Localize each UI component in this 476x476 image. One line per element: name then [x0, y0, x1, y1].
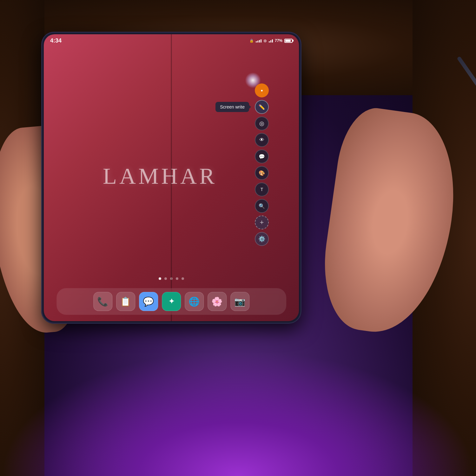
network-bars: [269, 39, 273, 43]
lock-icon: 🔒: [249, 39, 254, 43]
page-dot-1[interactable]: [159, 277, 161, 280]
purple-glow-light: [0, 349, 476, 476]
magnify-icon: 🔍: [259, 203, 265, 209]
phone-screen: 4:34 🔒 ⊛ 77%: [44, 34, 299, 321]
dock-chrome-app[interactable]: 🌐: [185, 292, 204, 311]
add-shortcut-button[interactable]: +: [255, 215, 269, 229]
phone-device: 4:34 🔒 ⊛ 77%: [41, 32, 301, 324]
ar-doodle-button[interactable]: 🎨: [255, 166, 269, 180]
app-logo: LAMHAR: [103, 163, 217, 189]
translate-icon: T: [261, 187, 263, 192]
signal-bar-3: [259, 40, 260, 43]
settings-icon: ⚙️: [258, 235, 265, 242]
app-dock: 📞 📋 💬 ✦ 🌐 🌸 📷: [56, 288, 286, 315]
network-bar-3: [272, 39, 273, 43]
add-icon: +: [260, 218, 264, 227]
screen-write-label: Screen write: [220, 104, 245, 109]
dock-messages-app[interactable]: 💬: [139, 292, 158, 311]
messages-app-icon: 💬: [143, 296, 154, 307]
dock-phone-app[interactable]: 📞: [93, 292, 112, 311]
signal-bar-4: [261, 39, 261, 43]
signal-bars: [256, 39, 261, 43]
logo-container: LAMHAR: [103, 163, 217, 189]
phone-app-icon: 📞: [97, 296, 109, 307]
network-bar-1: [269, 41, 270, 43]
dock-gallery-app[interactable]: 🌸: [208, 292, 227, 311]
translate-button[interactable]: T: [255, 182, 269, 196]
battery-fill: [285, 40, 291, 42]
live-message-button[interactable]: 💬: [255, 149, 269, 163]
dock-notes-app[interactable]: 📋: [116, 292, 135, 311]
chatgpt-app-icon: ✦: [169, 297, 174, 306]
air-menu-handle[interactable]: ●: [255, 83, 269, 97]
status-time: 4:34: [50, 37, 62, 44]
phone-crease: [171, 34, 172, 321]
dock-chatgpt-app[interactable]: ✦: [162, 292, 181, 311]
camera-app-icon: 📷: [235, 296, 246, 307]
page-dot-5[interactable]: [182, 277, 184, 280]
bixby-vision-button[interactable]: 👁: [255, 133, 269, 147]
scene: 4:34 🔒 ⊛ 77%: [0, 0, 476, 476]
chrome-app-icon: 🌐: [189, 296, 200, 307]
battery-icon: [284, 39, 293, 43]
magnify-button[interactable]: 🔍: [255, 199, 269, 213]
gallery-app-icon: 🌸: [212, 296, 223, 307]
status-bar: 4:34 🔒 ⊛ 77%: [44, 34, 299, 47]
smart-select-button[interactable]: ◎: [255, 116, 269, 130]
screen-write-icon: ✏️: [259, 104, 265, 110]
screen-write-button[interactable]: ✏️ Screen write: [255, 100, 269, 114]
wifi-icon: ⊛: [263, 38, 267, 43]
live-message-icon: 💬: [259, 154, 265, 160]
network-bar-2: [270, 40, 271, 43]
air-menu[interactable]: ● ✏️ Screen write ◎ 👁: [255, 83, 269, 246]
battery-percent-text: 77%: [275, 38, 282, 43]
signal-bar-2: [257, 41, 258, 43]
notes-app-icon: 📋: [120, 296, 131, 307]
status-icons: 🔒 ⊛ 77%: [249, 38, 293, 43]
bixby-vision-icon: 👁: [259, 137, 264, 143]
page-dot-2[interactable]: [164, 277, 167, 280]
signal-bar-1: [256, 41, 257, 43]
ar-doodle-icon: 🎨: [259, 170, 265, 176]
screen-write-tooltip: Screen write: [215, 102, 249, 112]
orange-dot-icon: ●: [261, 88, 263, 93]
dock-camera-app[interactable]: 📷: [230, 292, 249, 311]
air-menu-settings-button[interactable]: ⚙️: [255, 232, 269, 246]
smart-select-icon: ◎: [259, 120, 264, 127]
page-dot-4[interactable]: [176, 277, 178, 280]
